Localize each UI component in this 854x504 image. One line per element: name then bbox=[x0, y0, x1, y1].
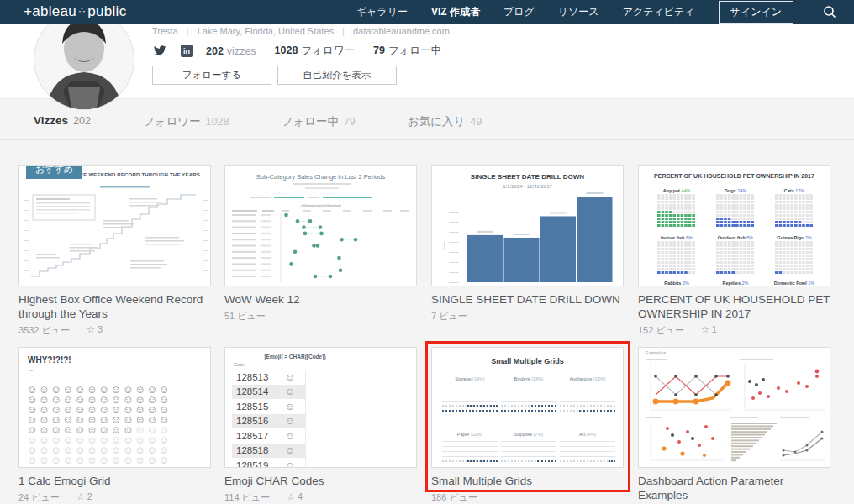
star-rating: ☆ 2 bbox=[76, 491, 92, 504]
emoji-icon: ☺ bbox=[285, 459, 295, 468]
viz-card-dashboard-actions[interactable]: Examples Dashboard Action Parameter Exam… bbox=[638, 347, 830, 504]
featured-badge: おすすめ bbox=[26, 165, 82, 179]
separator: | bbox=[187, 26, 189, 36]
view-count: 152 ビュー bbox=[638, 324, 684, 337]
emoji-code-row: 128514☺ bbox=[232, 385, 305, 400]
waffle-label: Indoor fish 8% bbox=[647, 235, 706, 240]
emoji-icon: ☺ bbox=[285, 401, 295, 412]
emoji-code-table: 128513☺128514☺128515☺128516☺128517☺12851… bbox=[232, 370, 306, 468]
nav-item-blog[interactable]: ブログ bbox=[503, 5, 535, 19]
thumb-title: [Emoji] = CHAR([Code]) bbox=[232, 354, 358, 360]
show-bio-button[interactable]: 自己紹介を表示 bbox=[277, 66, 397, 85]
separator: | bbox=[342, 26, 345, 36]
emoji-icon: ☺ bbox=[285, 444, 295, 456]
emoji-icon: ☺ bbox=[285, 415, 295, 427]
thumb-title: Examples bbox=[646, 350, 666, 355]
viz-title[interactable]: Highest Box Office Weekend Record throug… bbox=[18, 292, 211, 321]
logo-dots-icon: ⁘ bbox=[77, 5, 87, 18]
emoji-code-row: 128518☺ bbox=[232, 444, 305, 459]
viz-card-wow-week12[interactable]: Sub-Category Sales Change in Last 2 Peri… bbox=[224, 165, 417, 323]
thumb-col-label: Code bbox=[234, 362, 245, 367]
search-icon[interactable] bbox=[817, 0, 842, 24]
viz-card-date-drill-down[interactable]: SINGLE SHEET DATE DRILL DOWN 1/1/2014 - … bbox=[431, 165, 624, 323]
nav-item-viz-authors[interactable]: VIZ 作成者 bbox=[431, 5, 480, 19]
follow-button[interactable]: フォローする bbox=[152, 66, 271, 85]
stat-vizzes: 202vizzes bbox=[206, 45, 256, 57]
viz-thumbnail: PERCENT OF UK HOUSEHOLD PET OWNERSHIP IN… bbox=[638, 165, 830, 286]
star-rating: ☆ 4 bbox=[287, 491, 303, 504]
thumb-title: WHY?!?!?! bbox=[28, 355, 71, 365]
emoji-grid: ☺☺☺☺☺☺☺☺☺☺☺☺☺☺☺☺☺☺☺☺☺☺☺☺☺☺☺☺☺☺☺☺☺☺☺☺☺☺☺☺… bbox=[27, 385, 171, 465]
linkedin-icon[interactable]: in bbox=[179, 45, 194, 58]
profile-website-link[interactable]: datatableauandme.com bbox=[353, 26, 450, 36]
tab-favorites[interactable]: お気に入り49 bbox=[408, 114, 482, 129]
twitter-icon[interactable] bbox=[152, 45, 167, 58]
profile-meta: Tresta | Lake Mary, Florida, United Stat… bbox=[152, 26, 450, 36]
waffle-label: Any pet 44% bbox=[647, 188, 706, 193]
star-rating: ☆ 3 bbox=[87, 324, 103, 337]
profile-location: Lake Mary, Florida, United States bbox=[198, 26, 334, 36]
small-multiple-panel: Appliances (13%) bbox=[560, 376, 615, 412]
tab-following[interactable]: フォロー中79 bbox=[281, 114, 355, 129]
viz-card-pet-ownership[interactable]: PERCENT OF UK HOUSEHOLD PET OWNERSHIP IN… bbox=[638, 165, 830, 337]
profile-name: Tresta bbox=[152, 26, 178, 36]
viz-card-small-multiple-grids[interactable]: Small Multiple Grids Storage (14%)Binder… bbox=[431, 347, 624, 504]
view-count: 186 ビュー bbox=[431, 491, 477, 504]
waffle-label: Guinea Pigs 2% bbox=[765, 235, 824, 240]
viz-card-emoji-char-codes[interactable]: [Emoji] = CHAR([Code]) Code 128513☺12851… bbox=[224, 347, 417, 504]
nav-item-gallery[interactable]: ギャラリー bbox=[356, 5, 408, 19]
viz-thumbnail: Sub-Category Sales Change in Last 2 Peri… bbox=[224, 165, 417, 286]
viz-thumbnail: WHY?!?!?! ☺☺☺☺☺☺☺☺☺☺☺☺☺☺☺☺☺☺☺☺☺☺☺☺☺☺☺☺☺☺… bbox=[18, 347, 211, 468]
page: +ableau⁘public ギャラリー VIZ 作成者 ブログ リソース アク… bbox=[0, 0, 854, 504]
viz-card-box-office[interactable]: HIGHEST BOX OFFICE WEEKEND RECORD THROUG… bbox=[18, 165, 211, 337]
waffle-label: Reptiles 2% bbox=[706, 281, 765, 286]
view-count: 51 ビュー bbox=[224, 310, 266, 323]
viz-title[interactable]: WoW Week 12 bbox=[224, 292, 417, 307]
viz-title[interactable]: SINGLE SHEET DATE DRILL DOWN bbox=[431, 292, 624, 307]
viz-thumbnail: HIGHEST BOX OFFICE WEEKEND RECORD THROUG… bbox=[18, 165, 211, 286]
profile-stats: in 202vizzes 1028フォロワー 79フォロー中 bbox=[152, 44, 460, 58]
small-multiple-panel: Supplies (7%) bbox=[501, 432, 556, 462]
small-multiple-panel: Paper (11%) bbox=[442, 432, 498, 462]
emoji-code-row: 128515☺ bbox=[232, 399, 305, 414]
emoji-code-row: 128516☺ bbox=[232, 414, 305, 429]
tab-vizzes[interactable]: Vizzes202 bbox=[34, 114, 91, 129]
logo-text-left: +ableau bbox=[24, 3, 76, 20]
viz-title[interactable]: 1 Calc Emogi Grid bbox=[18, 474, 211, 488]
viz-title[interactable]: Dashboard Action Parameter Examples bbox=[638, 474, 830, 502]
view-count: 3532 ビュー bbox=[18, 324, 70, 337]
small-multiple-panel: Art (4%) bbox=[560, 432, 615, 462]
profile-tabs: Vizzes202 フォロワー1028 フォロー中79 お気に入り49 bbox=[0, 99, 854, 140]
waffle-label: Cats 17% bbox=[765, 188, 824, 193]
star-rating: ☆ 1 bbox=[701, 324, 717, 337]
nav-item-resources[interactable]: リソース bbox=[558, 5, 599, 19]
viz-thumbnail: [Emoji] = CHAR([Code]) Code 128513☺12851… bbox=[224, 347, 417, 468]
viz-card-emogi-grid[interactable]: WHY?!?!?! ☺☺☺☺☺☺☺☺☺☺☺☺☺☺☺☺☺☺☺☺☺☺☺☺☺☺☺☺☺☺… bbox=[18, 347, 211, 504]
waffle-label: Rabbits 2% bbox=[647, 281, 706, 286]
viz-thumbnail: SINGLE SHEET DATE DRILL DOWN 1/1/2014 - … bbox=[431, 165, 624, 286]
thumb-title: SINGLE SHEET DATE DRILL DOWN bbox=[432, 173, 623, 181]
main-nav: ギャラリー VIZ 作成者 ブログ リソース アクティビティ サインイン bbox=[356, 0, 842, 24]
tab-followers[interactable]: フォロワー1028 bbox=[143, 114, 229, 129]
thumb-title: Sub-Category Sales Change in Last 2 Peri… bbox=[225, 173, 416, 181]
thumb-subtitle: 1/1/2014 - 12/31/2017 bbox=[432, 184, 623, 189]
thumb-title: PERCENT OF UK HOUSEHOLD PET OWNERSHIP IN… bbox=[639, 173, 830, 179]
view-count: 24 ビュー bbox=[18, 491, 60, 504]
viz-title[interactable]: PERCENT OF UK HOUSEHOLD PET OWNERSHIP IN… bbox=[638, 292, 830, 321]
view-count: 7 ビュー bbox=[431, 310, 467, 323]
viz-thumbnail: Small Multiple Grids Storage (14%)Binder… bbox=[431, 347, 624, 468]
small-multiple-panel: Binders (13%) bbox=[501, 376, 556, 412]
top-navigation-bar: +ableau⁘public ギャラリー VIZ 作成者 ブログ リソース アク… bbox=[0, 0, 854, 24]
emoji-code-row: 128519☺ bbox=[232, 458, 305, 468]
stat-followers: 1028フォロワー bbox=[275, 44, 355, 58]
emoji-icon: ☺ bbox=[285, 371, 295, 383]
emoji-icon: ☺ bbox=[285, 386, 295, 397]
tableau-public-logo[interactable]: +ableau⁘public bbox=[24, 3, 127, 20]
nav-item-activity[interactable]: アクティビティ bbox=[623, 5, 695, 19]
viz-title[interactable]: Small Multiple Grids bbox=[431, 474, 624, 488]
waffle-label: Dogs 24% bbox=[706, 188, 765, 193]
viz-title[interactable]: Emoji CHAR Codes bbox=[224, 474, 417, 488]
waffle-label: Domestic Fowl 1% bbox=[765, 281, 824, 286]
viz-thumbnail: Examples bbox=[638, 347, 830, 468]
sign-in-button[interactable]: サインイン bbox=[719, 1, 793, 24]
